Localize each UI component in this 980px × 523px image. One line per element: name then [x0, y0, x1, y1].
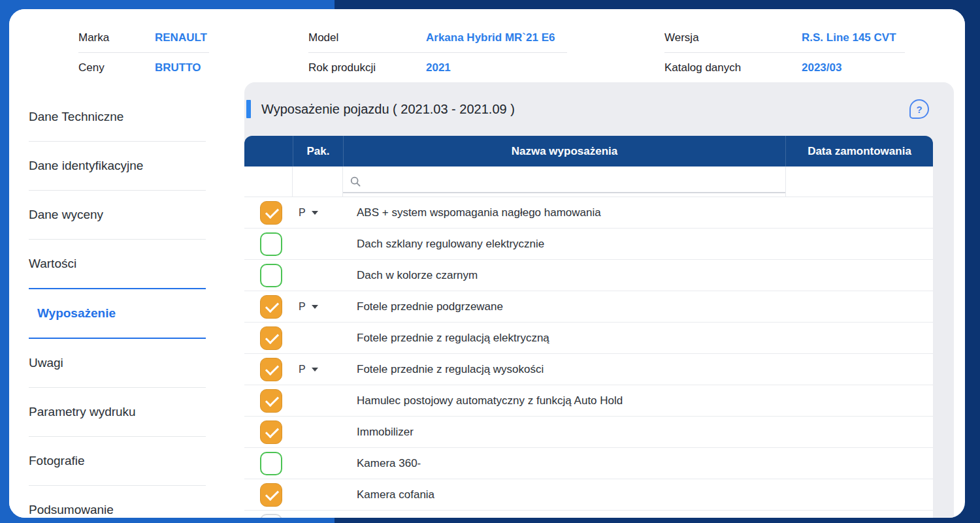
pak-cell	[293, 417, 343, 447]
table-row: Dach szklany regulowany elektrycznie	[244, 229, 933, 260]
column-header-pak: Pak.	[293, 136, 343, 166]
sidebar-item-dane-wyceny[interactable]: Dane wyceny	[9, 191, 244, 239]
sidebar-item-uwagi[interactable]: Uwagi	[9, 339, 244, 387]
filter-cell-date	[785, 166, 933, 197]
marka-value[interactable]: RENAULT	[155, 31, 207, 44]
equipment-name-cell: Dach w kolorze czarnym	[343, 260, 785, 291]
table-row: Fotele przednie z regulacją elektryczną	[244, 323, 933, 354]
date-cell	[785, 448, 933, 479]
rok-produkcji-value[interactable]: 2021	[426, 61, 451, 74]
date-cell	[785, 260, 933, 291]
equipment-name: Kamera cofania	[357, 488, 434, 501]
equipment-table: Pak. Nazwa wyposażenia Data zamontowania	[244, 136, 933, 518]
date-cell	[785, 417, 933, 447]
checkbox-cell	[244, 197, 293, 228]
filter-cell-pak	[293, 166, 343, 197]
ceny-label: Ceny	[78, 61, 155, 74]
katalog-danych-label: Katalog danych	[664, 61, 802, 74]
chevron-down-icon	[312, 368, 318, 372]
app-window: Marka RENAULT Ceny BRUTTO Model Arkana H…	[0, 0, 980, 523]
date-cell	[785, 197, 933, 228]
pak-cell: P	[293, 354, 343, 385]
table-row: Kamera 360-	[244, 448, 933, 479]
date-cell	[785, 385, 933, 416]
pak-dropdown[interactable]: P	[299, 207, 318, 219]
sidebar-item-podsumowanie[interactable]: Podsumowanie	[9, 486, 244, 518]
wersja-label: Wersja	[664, 31, 802, 44]
equipment-name: Fotele przednie z regulacją elektryczną	[357, 332, 549, 345]
search-icon	[350, 176, 361, 187]
sidebar-item-parametry-wydruku[interactable]: Parametry wydruku	[9, 388, 244, 436]
pak-cell: P	[293, 291, 343, 322]
table-row: Kamera cofania	[244, 479, 933, 511]
equipment-panel: Wyposażenie pojazdu ( 2021.03 - 2021.09 …	[244, 82, 954, 518]
equipment-checkbox[interactable]	[260, 358, 282, 381]
katalog-danych-value[interactable]: 2023/03	[802, 61, 841, 74]
wersja-value[interactable]: R.S. Line 145 CVT	[802, 31, 896, 44]
title-accent-bar	[246, 100, 251, 118]
column-header-nazwa: Nazwa wyposażenia	[343, 136, 785, 166]
date-cell	[785, 229, 933, 259]
vehicle-field-group-marka: Marka RENAULT Ceny BRUTTO	[78, 24, 209, 82]
equipment-checkbox[interactable]	[260, 201, 282, 225]
partial-table-row	[244, 511, 933, 518]
equipment-name-cell: Dach szklany regulowany elektrycznie	[343, 229, 785, 259]
table-row: Dach w kolorze czarnym	[244, 260, 933, 291]
pak-cell	[293, 260, 343, 291]
sidebar-item-wyposazenie[interactable]: Wyposażenie	[9, 289, 244, 338]
pak-dropdown[interactable]: P	[299, 301, 318, 313]
help-glyph: ?	[916, 104, 922, 115]
vehicle-field-group-model: Model Arkana Hybrid MR`21 E6 Rok produkc…	[308, 24, 567, 82]
equipment-checkbox[interactable]	[260, 326, 282, 350]
equipment-checkbox[interactable]	[260, 232, 282, 256]
pak-cell	[293, 385, 343, 416]
pak-cell	[293, 479, 343, 510]
equipment-checkbox[interactable]	[260, 295, 282, 319]
checkbox-cell	[244, 291, 293, 322]
sidebar-item-label: Parametry wydruku	[29, 405, 136, 419]
equipment-name-cell: Kamera 360-	[343, 448, 785, 479]
date-cell	[785, 323, 933, 353]
chevron-down-icon	[312, 211, 318, 215]
field-row: Wersja R.S. Line 145 CVT	[664, 24, 905, 53]
sidebar-item-label: Dane wyceny	[29, 208, 103, 222]
ceny-value[interactable]: BRUTTO	[155, 61, 201, 74]
sidebar-item-fotografie[interactable]: Fotografie	[9, 437, 244, 485]
pak-dropdown[interactable]: P	[299, 364, 318, 375]
equipment-checkbox[interactable]	[260, 389, 282, 413]
help-icon[interactable]: ?	[909, 99, 929, 119]
equipment-checkbox[interactable]	[260, 452, 282, 475]
equipment-name: ABS + system wspomagania nagłego hamowan…	[357, 206, 601, 219]
equipment-search-input[interactable]	[361, 172, 753, 191]
equipment-name: Dach szklany regulowany elektrycznie	[357, 238, 544, 251]
table-header-row: Pak. Nazwa wyposażenia Data zamontowania	[244, 136, 933, 166]
equipment-name: Dach w kolorze czarnym	[357, 269, 478, 282]
equipment-name: Kamera 360-	[357, 457, 421, 470]
sidebar-item-dane-identyfikacyjne[interactable]: Dane identyfikacyjne	[9, 142, 244, 190]
date-cell	[785, 354, 933, 385]
field-row: Marka RENAULT	[78, 24, 209, 53]
equipment-name-cell: Immobilizer	[343, 417, 785, 447]
equipment-name: Fotele przednie z regulacją wysokości	[357, 363, 544, 376]
table-row: Hamulec postojowy automatyczny z funkcją…	[244, 385, 933, 417]
table-row: P ABS + system wspomagania nagłego hamow…	[244, 197, 933, 229]
equipment-checkbox[interactable]	[260, 483, 282, 507]
marka-label: Marka	[78, 31, 155, 44]
pak-cell	[293, 323, 343, 353]
pak-cell	[293, 448, 343, 479]
pak-cell: P	[293, 197, 343, 228]
chevron-down-icon	[312, 305, 318, 309]
search-underline	[343, 192, 785, 193]
pak-cell	[293, 229, 343, 259]
sidebar-item-wartosci[interactable]: Wartości	[9, 240, 244, 288]
equipment-checkbox[interactable]	[260, 264, 282, 287]
sidebar-item-dane-techniczne[interactable]: Dane Techniczne	[9, 93, 244, 141]
pak-label: P	[299, 301, 306, 313]
field-row: Model Arkana Hybrid MR`21 E6	[308, 24, 567, 53]
checkbox-cell	[244, 354, 293, 385]
model-value[interactable]: Arkana Hybrid MR`21 E6	[426, 31, 555, 44]
equipment-checkbox[interactable]	[260, 420, 282, 444]
date-cell	[785, 291, 933, 322]
field-row: Ceny BRUTTO	[78, 53, 209, 82]
sidebar: Dane Techniczne Dane identyfikacyjne Dan…	[9, 82, 244, 518]
